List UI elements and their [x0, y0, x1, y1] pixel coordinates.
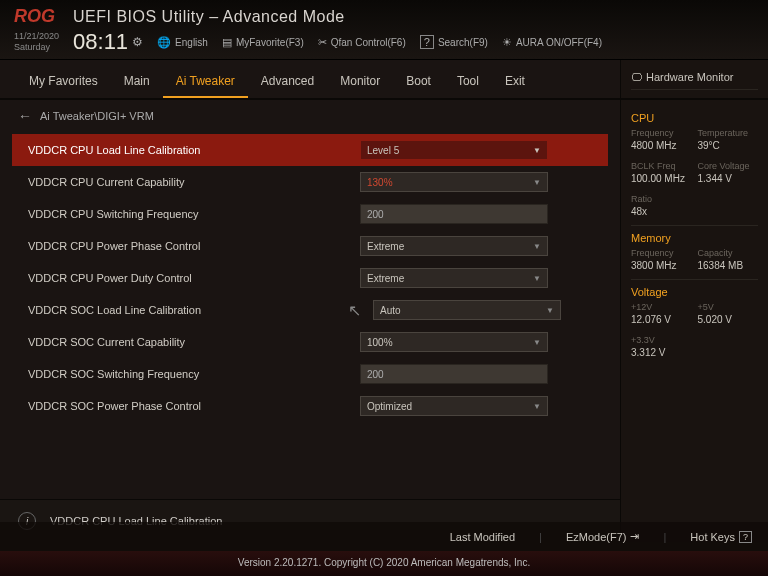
setting-row[interactable]: VDDCR CPU Current Capability130%▼ — [12, 166, 608, 198]
chevron-down-icon: ▼ — [533, 146, 541, 155]
setting-label: VDDCR CPU Switching Frequency — [28, 208, 348, 220]
bclk-freq: 100.00 MHz — [631, 173, 692, 184]
tab-advanced[interactable]: Advanced — [248, 68, 327, 98]
clock[interactable]: 08:11⚙ — [73, 29, 143, 55]
cpu-section-title: CPU — [631, 112, 758, 124]
setting-dropdown[interactable]: 130%▼ — [360, 172, 548, 192]
ezmode-button[interactable]: EzMode(F7)⇥ — [566, 530, 640, 543]
setting-row[interactable]: VDDCR SOC Current Capability100%▼ — [12, 326, 608, 358]
memory-section-title: Memory — [631, 232, 758, 244]
aura-icon: ☀ — [502, 36, 512, 49]
setting-row[interactable]: VDDCR SOC Load Line Calibration↖Auto▼ — [12, 294, 608, 326]
tab-ai-tweaker[interactable]: Ai Tweaker — [163, 68, 248, 98]
core-voltage: 1.344 V — [698, 173, 759, 184]
chevron-down-icon: ▼ — [533, 338, 541, 347]
qfan-link[interactable]: ✂Qfan Control(F6) — [318, 35, 406, 49]
setting-dropdown[interactable]: Extreme▼ — [360, 236, 548, 256]
setting-row[interactable]: VDDCR CPU Load Line CalibrationLevel 5▼ — [12, 134, 608, 166]
setting-row[interactable]: VDDCR CPU Power Phase ControlExtreme▼ — [12, 230, 608, 262]
setting-dropdown[interactable]: 100%▼ — [360, 332, 548, 352]
voltage-3v3: 3.312 V — [631, 347, 692, 358]
aura-link[interactable]: ☀AURA ON/OFF(F4) — [502, 35, 602, 49]
copyright: Version 2.20.1271. Copyright (C) 2020 Am… — [0, 551, 768, 576]
setting-row[interactable]: VDDCR SOC Power Phase ControlOptimized▼ — [12, 390, 608, 422]
hardware-monitor-title: 🖵Hardware Monitor — [631, 68, 758, 90]
setting-row[interactable]: VDDCR CPU Power Duty ControlExtreme▼ — [12, 262, 608, 294]
setting-input[interactable]: 200 — [360, 364, 548, 384]
search-icon: ? — [420, 35, 434, 49]
chevron-down-icon: ▼ — [533, 178, 541, 187]
hardware-monitor-sidebar: CPU FrequencyTemperature 4800 MHz39°C BC… — [620, 100, 768, 542]
setting-dropdown[interactable]: Optimized▼ — [360, 396, 548, 416]
chevron-down-icon: ▼ — [546, 306, 554, 315]
cpu-ratio: 48x — [631, 206, 692, 217]
monitor-icon: 🖵 — [631, 71, 642, 83]
setting-label: VDDCR CPU Current Capability — [28, 176, 348, 188]
chevron-down-icon: ▼ — [533, 242, 541, 251]
language-selector[interactable]: 🌐English — [157, 35, 208, 49]
search-link[interactable]: ?Search(F9) — [420, 35, 488, 49]
rog-logo: ROG — [14, 6, 55, 27]
voltage-section-title: Voltage — [631, 286, 758, 298]
bios-header: ROG UEFI BIOS Utility – Advanced Mode 11… — [0, 0, 768, 60]
list-icon: ▤ — [222, 36, 232, 49]
setting-label: VDDCR SOC Current Capability — [28, 336, 348, 348]
tab-my-favorites[interactable]: My Favorites — [16, 68, 111, 98]
gear-icon[interactable]: ⚙ — [132, 35, 143, 49]
cursor-icon: ↖ — [348, 301, 361, 320]
main-tabs: My Favorites Main Ai Tweaker Advanced Mo… — [0, 60, 620, 100]
voltage-5v: 5.020 V — [698, 314, 759, 325]
setting-row[interactable]: VDDCR CPU Switching Frequency200 — [12, 198, 608, 230]
tab-exit[interactable]: Exit — [492, 68, 538, 98]
voltage-12v: 12.076 V — [631, 314, 692, 325]
globe-icon: 🌐 — [157, 36, 171, 49]
tab-boot[interactable]: Boot — [393, 68, 444, 98]
back-arrow-icon[interactable]: ← — [18, 108, 32, 124]
chevron-down-icon: ▼ — [533, 402, 541, 411]
setting-label: VDDCR CPU Load Line Calibration — [28, 144, 348, 156]
bios-title: UEFI BIOS Utility – Advanced Mode — [73, 8, 345, 26]
setting-row[interactable]: VDDCR SOC Switching Frequency200 — [12, 358, 608, 390]
datetime: 11/21/2020 Saturday — [14, 31, 59, 53]
hotkeys-button[interactable]: Hot Keys ? — [690, 531, 752, 543]
cpu-frequency: 4800 MHz — [631, 140, 692, 151]
setting-label: VDDCR SOC Switching Frequency — [28, 368, 348, 380]
last-modified-button[interactable]: Last Modified — [450, 531, 515, 543]
tab-monitor[interactable]: Monitor — [327, 68, 393, 98]
mem-capacity: 16384 MB — [698, 260, 759, 271]
setting-label: VDDCR CPU Power Phase Control — [28, 240, 348, 252]
cpu-temperature: 39°C — [698, 140, 759, 151]
myfavorite-link[interactable]: ▤MyFavorite(F3) — [222, 35, 304, 49]
footer: Last Modified | EzMode(F7)⇥ | Hot Keys ?… — [0, 522, 768, 576]
setting-label: VDDCR SOC Power Phase Control — [28, 400, 348, 412]
help-key-icon: ? — [739, 531, 752, 543]
setting-label: VDDCR SOC Load Line Calibration — [28, 304, 348, 316]
breadcrumb[interactable]: ← Ai Tweaker\DIGI+ VRM — [0, 100, 620, 132]
setting-label: VDDCR CPU Power Duty Control — [28, 272, 348, 284]
fan-icon: ✂ — [318, 36, 327, 49]
tab-main[interactable]: Main — [111, 68, 163, 98]
mem-frequency: 3800 MHz — [631, 260, 692, 271]
setting-dropdown[interactable]: Auto▼ — [373, 300, 561, 320]
chevron-down-icon: ▼ — [533, 274, 541, 283]
settings-pane: ← Ai Tweaker\DIGI+ VRM VDDCR CPU Load Li… — [0, 100, 620, 542]
setting-dropdown[interactable]: Level 5▼ — [360, 140, 548, 160]
setting-dropdown[interactable]: Extreme▼ — [360, 268, 548, 288]
tab-tool[interactable]: Tool — [444, 68, 492, 98]
setting-input[interactable]: 200 — [360, 204, 548, 224]
swap-icon: ⇥ — [630, 530, 639, 543]
